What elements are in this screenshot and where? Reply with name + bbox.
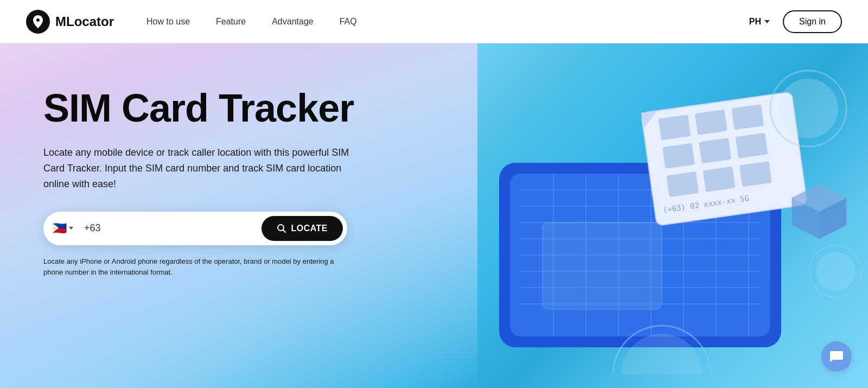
flag-selector[interactable]: 🇵🇭 xyxy=(52,222,78,234)
language-selector[interactable]: PH xyxy=(749,17,770,27)
svg-rect-21 xyxy=(658,115,691,140)
flag-emoji: 🇵🇭 xyxy=(52,222,67,234)
svg-rect-18 xyxy=(542,222,662,309)
hero-title: SIM Card Tracker xyxy=(43,87,358,130)
nav-right: PH Sign in xyxy=(749,10,842,33)
logo-icon xyxy=(26,10,50,34)
nav-link-advantage[interactable]: Advantage xyxy=(272,17,314,27)
locate-button-label: LOCATE xyxy=(291,224,328,233)
hero-subtitle: Locate any mobile device or track caller… xyxy=(43,145,358,192)
svg-line-40 xyxy=(283,230,286,232)
hero-section: (+63) 02 xxxx-xx 5G SIM Card Tracker xyxy=(0,43,868,388)
chat-bubble-button[interactable] xyxy=(821,341,852,372)
nav-link-faq[interactable]: FAQ xyxy=(340,17,357,27)
svg-rect-29 xyxy=(739,161,772,187)
hero-footnote: Locate any iPhone or Android phone regar… xyxy=(43,256,347,279)
nav-link-how-to-use[interactable]: How to use xyxy=(146,17,190,27)
chat-icon xyxy=(829,349,844,364)
phone-search-box: 🇵🇭 LOCATE xyxy=(43,212,347,245)
svg-rect-23 xyxy=(731,104,764,130)
svg-rect-22 xyxy=(695,110,727,135)
hero-content: SIM Card Tracker Locate any mobile devic… xyxy=(43,87,358,278)
flag-chevron-icon xyxy=(69,227,73,230)
nav-links: How to use Feature Advantage FAQ xyxy=(146,17,749,27)
phone-input[interactable] xyxy=(78,218,261,238)
nav-link-feature[interactable]: Feature xyxy=(216,17,246,27)
logo[interactable]: MLocator xyxy=(26,10,114,34)
svg-rect-27 xyxy=(666,171,699,197)
search-icon xyxy=(277,224,286,233)
svg-rect-28 xyxy=(703,167,736,192)
chevron-down-icon xyxy=(764,20,770,23)
hero-illustration: (+63) 02 xxxx-xx 5G xyxy=(380,43,868,388)
signin-button[interactable]: Sign in xyxy=(783,10,842,33)
svg-point-32 xyxy=(778,79,838,138)
svg-rect-24 xyxy=(662,143,695,169)
svg-point-34 xyxy=(816,252,855,291)
navbar: MLocator How to use Feature Advantage FA… xyxy=(0,0,868,43)
svg-rect-25 xyxy=(699,138,731,163)
locate-button[interactable]: LOCATE xyxy=(261,216,343,241)
language-label: PH xyxy=(749,17,761,27)
logo-text: MLocator xyxy=(55,14,114,29)
svg-rect-26 xyxy=(736,133,768,158)
